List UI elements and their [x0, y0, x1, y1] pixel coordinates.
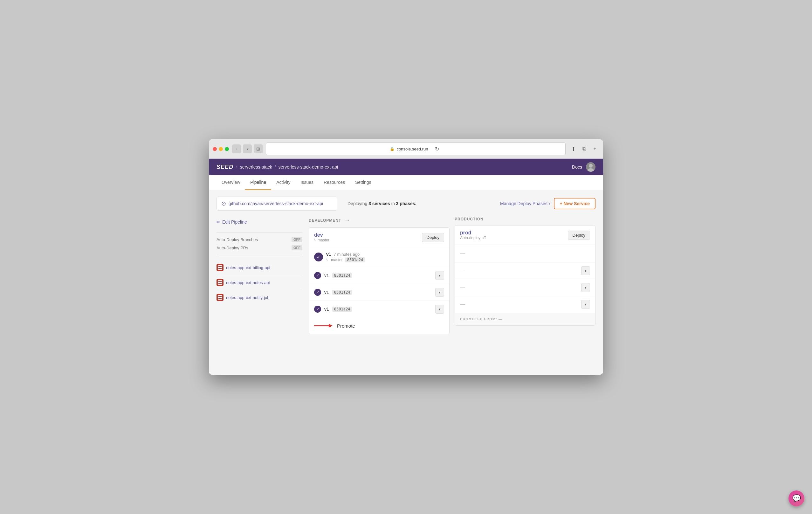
edit-pipeline-label: Edit Pipeline	[222, 220, 247, 225]
forward-button[interactable]: ›	[243, 144, 252, 153]
stage-arrow-icon: →	[344, 217, 350, 224]
manage-phases-label: Manage Deploy Phases	[500, 201, 548, 206]
build-check-icon: ✓	[314, 253, 323, 261]
prod-env-name[interactable]: prod	[460, 230, 486, 236]
prod-service-row-2: — ▾	[455, 296, 595, 313]
docs-link[interactable]: Docs	[572, 165, 582, 170]
tab-button[interactable]: ⊞	[254, 144, 263, 153]
build-branch-icon: ⑂	[326, 258, 328, 262]
sidebar: ✏ Edit Pipeline Auto-Deploy Branches OFF…	[216, 217, 309, 334]
service-notify-icon	[216, 294, 224, 301]
expand-service-1[interactable]: ▾	[435, 288, 444, 297]
prod-service-row-0: — ▾	[455, 262, 595, 279]
browser-nav: ‹ › ⊞	[232, 144, 263, 153]
auto-deploy-prs-value: OFF	[292, 245, 302, 250]
main-content: ⊙ github.com/jayair/serverless-stack-dem…	[209, 190, 603, 375]
service-check-2: ✓	[314, 306, 321, 313]
service-notes-icon	[216, 279, 224, 286]
promote-label[interactable]: Promote	[337, 323, 355, 329]
build-time: 7 minutes ago	[334, 252, 360, 257]
address-bar[interactable]: 🔒 console.seed.run ↻	[266, 142, 566, 155]
service-item-notes[interactable]: notes-app-ext-notes-api	[216, 275, 302, 290]
back-button[interactable]: ‹	[232, 144, 241, 153]
service-item-notify[interactable]: notes-app-ext-notify-job	[216, 290, 302, 305]
breadcrumb-2[interactable]: serverless-stack-demo-ext-api	[279, 165, 338, 170]
tab-pipeline[interactable]: Pipeline	[245, 175, 271, 190]
promoted-from-bar: PROMOTED FROM: —	[455, 313, 595, 325]
traffic-lights	[213, 147, 229, 151]
build-meta: ⑂ master 8501a24	[326, 257, 444, 262]
dev-env-name[interactable]: dev	[314, 232, 329, 238]
production-stage-header: PRODUCTION	[455, 217, 596, 221]
development-label: DEVELOPMENT	[309, 218, 341, 223]
refresh-button[interactable]: ↻	[433, 144, 442, 153]
deploy-text: Deploying	[348, 201, 367, 206]
service-check-0: ✓	[314, 272, 321, 279]
build-version: v1	[326, 252, 331, 257]
breadcrumb-1[interactable]: serverless-stack	[240, 165, 272, 170]
header-right: Docs	[572, 162, 596, 172]
promote-bar: Promote	[309, 317, 449, 334]
promoted-from-value: —	[498, 317, 502, 321]
repo-link-box[interactable]: ⊙ github.com/jayair/serverless-stack-dem…	[216, 197, 337, 210]
build-version-row: v1 7 minutes ago	[326, 252, 444, 257]
service-commit-2: 8501a24	[332, 307, 352, 312]
prod-expand-2[interactable]: ▾	[581, 300, 590, 309]
info-bar: ⊙ github.com/jayair/serverless-stack-dem…	[216, 197, 596, 210]
new-tab-button[interactable]: ⧉	[580, 144, 588, 153]
dev-card-header: dev ⑂ master Deploy	[309, 228, 449, 247]
expand-service-0[interactable]: ▾	[435, 271, 444, 280]
service-commit-0: 8501a24	[332, 273, 352, 278]
breadcrumb-sep2: /	[275, 165, 276, 170]
dev-service-row-0: ✓ v1 8501a24 ▾	[309, 267, 449, 284]
tab-settings[interactable]: Settings	[350, 175, 376, 190]
prod-expand-0[interactable]: ▾	[581, 266, 590, 275]
maximize-button[interactable]	[225, 147, 229, 151]
sidebar-settings: Auto-Deploy Branches OFF Auto-Deploy PRs…	[216, 232, 302, 255]
nav-tabs: Overview Pipeline Activity Issues Resour…	[209, 175, 603, 190]
pencil-icon: ✏	[216, 220, 220, 225]
share-button[interactable]: ⬆	[569, 144, 578, 153]
pipeline-stages: DEVELOPMENT → dev ⑂ master	[309, 217, 596, 334]
add-button[interactable]: +	[590, 144, 599, 153]
prod-empty-row-summary: —	[455, 245, 595, 262]
dev-branch-name: master	[318, 238, 329, 242]
tab-overview[interactable]: Overview	[216, 175, 245, 190]
close-button[interactable]	[213, 147, 217, 151]
edit-pipeline-link[interactable]: ✏ Edit Pipeline	[216, 217, 302, 227]
logo[interactable]: SEED	[216, 164, 233, 170]
app-header: SEED › serverless-stack / serverless-sta…	[209, 159, 603, 175]
service-version-1: v1	[324, 290, 329, 295]
service-notify-name: notes-app-ext-notify-job	[226, 295, 270, 300]
svg-point-0	[589, 164, 592, 168]
chat-icon: 💬	[792, 494, 801, 503]
dev-service-row-2: ✓ v1 8501a24 ▾	[309, 301, 449, 317]
dev-service-row-1: ✓ v1 8501a24 ▾	[309, 284, 449, 301]
avatar[interactable]	[586, 162, 596, 172]
service-item-billing[interactable]: notes-app-ext-billing-api	[216, 260, 302, 275]
chat-widget[interactable]: 💬	[788, 490, 804, 506]
expand-service-2[interactable]: ▾	[435, 305, 444, 314]
prod-service-row-1: — ▾	[455, 279, 595, 296]
repo-url[interactable]: github.com/jayair/serverless-stack-demo-…	[229, 201, 323, 206]
new-service-button[interactable]: + New Service	[554, 198, 596, 209]
deploy-count-phases: 3 phases.	[396, 201, 416, 206]
deploy-info: Deploying 3 services in 3 phases.	[341, 201, 496, 206]
auto-deploy-prs-label: Auto-Deploy PRs	[216, 246, 248, 250]
prod-deploy-button[interactable]: Deploy	[568, 231, 590, 240]
dev-deploy-button[interactable]: Deploy	[422, 233, 444, 242]
prod-dash-summary: —	[460, 251, 465, 256]
minimize-button[interactable]	[219, 147, 223, 151]
tab-issues[interactable]: Issues	[296, 175, 319, 190]
production-stage: PRODUCTION prod Auto-deploy off Deploy	[455, 217, 596, 334]
service-billing-icon	[216, 264, 224, 271]
prod-expand-1[interactable]: ▾	[581, 283, 590, 292]
manage-deploy-phases-button[interactable]: Manage Deploy Phases ›	[500, 198, 550, 209]
service-version-0: v1	[324, 273, 329, 278]
development-stage: DEVELOPMENT → dev ⑂ master	[309, 217, 450, 334]
tab-resources[interactable]: Resources	[319, 175, 350, 190]
tab-activity[interactable]: Activity	[271, 175, 295, 190]
auto-deploy-branches-label: Auto-Deploy Branches	[216, 237, 258, 242]
promote-arrow-icon	[314, 322, 333, 330]
dev-branch: ⑂ master	[314, 238, 329, 242]
